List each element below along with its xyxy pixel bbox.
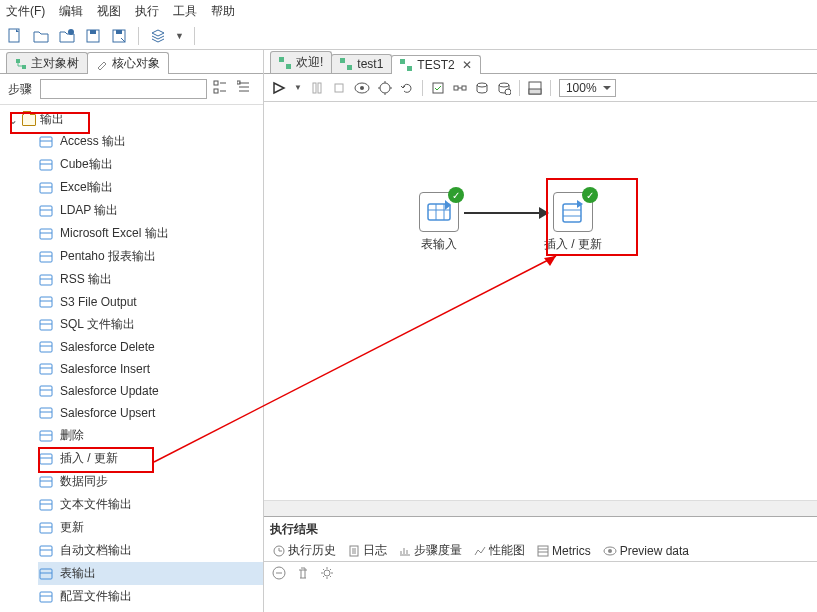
tree-item[interactable]: S3 File Output [38,291,263,313]
tree-item-label: Cube输出 [60,156,113,173]
verify-icon[interactable] [431,81,445,95]
node-insert-update[interactable]: ✓ 插入 / 更新 [544,192,602,253]
tree-item[interactable]: SQL 文件输出 [38,313,263,336]
open-db-icon[interactable] [58,27,76,45]
tab-main-object-tree[interactable]: 主对象树 [6,52,88,74]
preview-icon[interactable] [354,82,370,94]
tab-test2[interactable]: TEST2 ✕ [391,55,480,74]
run-icon[interactable] [272,81,286,95]
step-icon [38,497,54,513]
steps-tree[interactable]: ⌄ 输出 Access 输出Cube输出Excel输出LDAP 输出Micros… [0,104,263,612]
expand-tree-icon[interactable] [213,80,231,98]
step-icon [38,566,54,582]
sql-icon[interactable] [475,81,489,95]
tree-item[interactable]: RSS 输出 [38,268,263,291]
stop-icon[interactable] [332,81,346,95]
tree-item[interactable]: Pentaho 报表输出 [38,245,263,268]
svg-rect-39 [318,83,321,93]
step-icon [38,272,54,288]
separator [194,27,195,45]
step-icon [38,157,54,173]
metrics-icon [537,545,549,557]
collapse-tree-icon[interactable] [237,80,255,98]
menu-view[interactable]: 视图 [97,3,121,20]
show-results-icon[interactable] [528,81,542,95]
tab-core-objects[interactable]: 核心对象 [87,52,169,74]
tree-item[interactable]: Microsoft Excel 输出 [38,222,263,245]
step-icon [38,249,54,265]
tree-item[interactable]: LDAP 输出 [38,199,263,222]
chevron-down-icon[interactable]: ⌄ [8,113,18,127]
layers-icon[interactable] [149,27,167,45]
results-tab-metrics[interactable]: Metrics [532,542,596,560]
save-icon[interactable] [84,27,102,45]
tree-item[interactable]: Access 输出 [38,130,263,153]
open-folder-icon[interactable] [32,27,50,45]
tree-item[interactable]: 表输出 [38,562,263,585]
impact-icon[interactable] [453,81,467,95]
tree-item[interactable]: Salesforce Update [38,380,263,402]
stop-results-icon[interactable] [272,566,286,580]
tree-item[interactable]: 配置文件输出 [38,585,263,608]
results-tab-log[interactable]: 日志 [343,540,392,561]
settings-results-icon[interactable] [320,566,334,580]
svg-rect-31 [40,592,52,602]
zoom-value: 100% [566,81,597,95]
tab-welcome[interactable]: 欢迎! [270,51,332,73]
tree-item[interactable]: 数据同步 [38,470,263,493]
tree-item-label: Salesforce Update [60,384,159,398]
tree-item[interactable]: 自动文档输出 [38,539,263,562]
editor-toolbar: ▼ 100% [264,74,817,102]
tree-folder-output[interactable]: ⌄ 输出 [4,109,263,130]
menu-file[interactable]: 文件(F) [6,3,45,20]
svg-point-42 [360,86,364,90]
debug-icon[interactable] [378,81,392,95]
results-tab-preview[interactable]: Preview data [598,542,694,560]
results-tab-history[interactable]: 执行历史 [268,540,341,561]
clear-results-icon[interactable] [296,566,310,580]
zoom-select[interactable]: 100% [559,79,616,97]
menu-tools[interactable]: 工具 [173,3,197,20]
tree-item[interactable]: 更新 [38,516,263,539]
svg-point-49 [505,89,511,95]
horizontal-scrollbar[interactable] [264,500,817,516]
tree-item-label: Salesforce Upsert [60,406,155,420]
explore-db-icon[interactable] [497,81,511,95]
tab-core-label: 核心对象 [112,55,160,72]
step-icon [38,589,54,605]
tree-item[interactable]: Salesforce Delete [38,336,263,358]
tree-item[interactable]: 删除 [38,424,263,447]
svg-rect-20 [40,342,52,352]
tree-item[interactable]: Salesforce Insert [38,358,263,380]
tab-main-label: 主对象树 [31,55,79,72]
save-as-icon[interactable] [110,27,128,45]
tab-test1[interactable]: test1 [331,54,392,73]
tree-item-label: Salesforce Delete [60,340,155,354]
results-tab-perf[interactable]: 性能图 [469,540,530,561]
step-icon [38,203,54,219]
new-file-icon[interactable] [6,27,24,45]
menu-help[interactable]: 帮助 [211,3,235,20]
step-search-input[interactable] [40,79,207,99]
tree-item[interactable]: 文本文件输出 [38,493,263,516]
folder-icon [22,114,36,126]
transformation-canvas[interactable]: ✓ 表输入 ✓ 插入 / 更新 [264,102,817,516]
run-dropdown-icon[interactable]: ▼ [294,83,302,92]
step-icon [38,383,54,399]
menu-run[interactable]: 执行 [135,3,159,20]
pause-icon[interactable] [310,81,324,95]
close-tab-icon[interactable]: ✕ [462,58,472,72]
svg-rect-36 [400,59,405,64]
svg-rect-51 [529,89,541,94]
tree-item[interactable]: 插入 / 更新 [38,447,263,470]
replay-icon[interactable] [400,81,414,95]
tree-item[interactable]: Cube输出 [38,153,263,176]
results-tab-step-metrics[interactable]: 步骤度量 [394,540,467,561]
menu-edit[interactable]: 编辑 [59,3,83,20]
tree-item[interactable]: Excel输出 [38,176,263,199]
hop-arrow[interactable] [464,212,539,214]
node-table-input[interactable]: ✓ 表输入 [419,192,459,253]
tree-item[interactable]: Salesforce Upsert [38,402,263,424]
step-icon [38,226,54,242]
dropdown-caret-icon[interactable]: ▼ [175,31,184,41]
